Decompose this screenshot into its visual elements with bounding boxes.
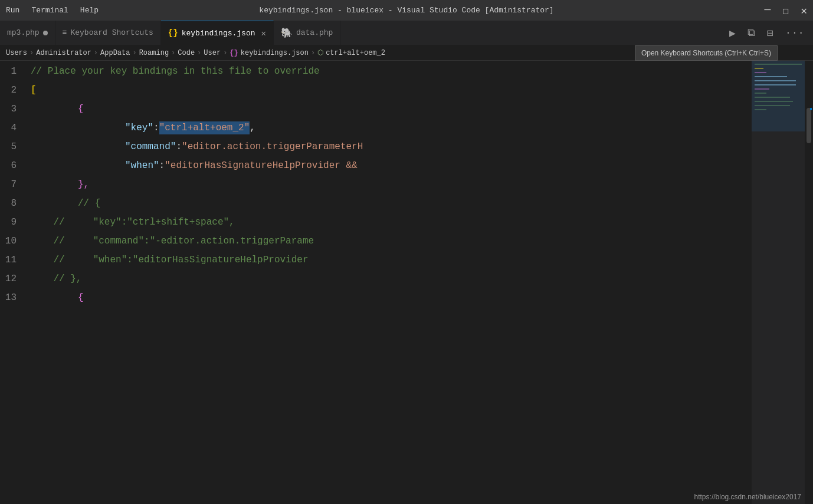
breadcrumb-sep-7: › <box>311 49 315 57</box>
title-bar-menu[interactable]: Run Terminal Help <box>6 6 99 15</box>
breadcrumb-symbol[interactable]: ctrl+alt+oem_2 <box>326 49 385 57</box>
scrollbar-annotation <box>810 108 812 110</box>
line-num-6: 6 <box>0 156 22 175</box>
line10-key: "command" <box>93 236 144 246</box>
minimize-button[interactable]: ─ <box>765 4 771 17</box>
breadcrumb-code[interactable]: Code <box>178 49 195 57</box>
code-line-2: [ <box>28 81 752 100</box>
line9-comment-pre: // <box>31 217 93 228</box>
line10-comment-pre: // <box>31 236 93 246</box>
title-bar: Run Terminal Help keybindings.json - blu… <box>0 0 813 21</box>
tab-dataphp[interactable]: 🐘 data.php <box>274 21 340 45</box>
breadcrumb-user[interactable]: User <box>204 49 221 57</box>
line4-key: "key" <box>125 123 153 133</box>
line3-brace: { <box>78 104 84 114</box>
layout-button[interactable]: ⊟ <box>764 25 776 41</box>
list-icon: ≡ <box>63 28 67 37</box>
scrollbar-track[interactable] <box>805 61 813 504</box>
line6-key: "when" <box>125 160 159 171</box>
minimap <box>752 61 805 504</box>
line11-val: "editorHasSignatureHelpProvider <box>133 255 309 265</box>
line11-key: "when" <box>93 255 127 265</box>
window-controls[interactable]: ─ ☐ ✕ <box>765 4 808 17</box>
line13-brace: { <box>78 292 84 303</box>
dataphp-label: data.php <box>296 28 333 37</box>
code-line-13: { <box>28 288 752 307</box>
breadcrumb-roaming[interactable]: Roaming <box>139 49 169 57</box>
breadcrumb-users[interactable]: Users <box>6 49 27 57</box>
line11-comment-pre: // <box>31 255 93 265</box>
line8-comment: // { <box>78 198 100 209</box>
line12-text: // }, <box>31 274 81 284</box>
tab-keyboard-shortcuts[interactable]: ≡ Keyboard Shortcuts <box>55 21 161 45</box>
code-line-4: "key" : "ctrl+alt+oem_2" , <box>28 118 752 137</box>
line9-colon: : <box>122 217 127 228</box>
scrollbar-thumb[interactable] <box>807 108 811 143</box>
line-num-5: 5 <box>0 137 22 156</box>
line-num-9: 9 <box>0 213 22 232</box>
line-num-12: 12 <box>0 269 22 288</box>
line10-val: "-editor.action.triggerParame <box>150 236 314 246</box>
breadcrumb-sep-6: › <box>223 49 227 57</box>
code-line-1: // Place your key bindings in this file … <box>28 62 752 81</box>
line2-bracket: [ <box>31 85 37 95</box>
status-link[interactable]: https://blog.csdn.net/blueicex2017 <box>694 493 801 501</box>
code-line-7: }, <box>28 175 752 194</box>
tooltip-text: Open Keyboard Shortcuts (Ctrl+K Ctrl+S) <box>641 49 771 57</box>
breadcrumb-sep-3: › <box>132 49 136 57</box>
line11-colon: : <box>127 255 133 265</box>
maximize-button[interactable]: ☐ <box>782 4 789 17</box>
braces-icon: {} <box>168 28 178 38</box>
code-area[interactable]: // Place your key bindings in this file … <box>28 61 752 504</box>
line-num-11: 11 <box>0 251 22 269</box>
dirty-indicator <box>43 31 48 35</box>
code-line-5: "command" : "editor.action.triggerParame… <box>28 137 752 156</box>
line5-val: "editor.action.triggerParameterH <box>182 141 363 152</box>
tab-close-button[interactable]: ✕ <box>261 28 266 38</box>
elephant-icon: 🐘 <box>281 27 293 39</box>
breadcrumb-sep-4: › <box>171 49 175 57</box>
mp3php-label: mp3.php <box>7 28 40 37</box>
svg-rect-12 <box>752 61 805 131</box>
minimap-svg <box>752 61 805 504</box>
line-num-8: 8 <box>0 194 22 213</box>
tab-keybindings[interactable]: {} keybindings.json ✕ <box>161 21 274 45</box>
keyboard-shortcuts-label: Keyboard Shortcuts <box>70 28 153 37</box>
menu-terminal[interactable]: Terminal <box>31 6 68 15</box>
line-num-1: 1 <box>0 62 22 81</box>
line-num-2: 2 <box>0 81 22 100</box>
line-num-7: 7 <box>0 175 22 194</box>
tab-mp3php[interactable]: mp3.php <box>0 21 55 45</box>
line-num-13: 13 <box>0 288 22 307</box>
split-editor-button[interactable]: ⧉ <box>745 26 758 40</box>
line-num-4: 4 <box>0 118 22 137</box>
menu-help[interactable]: Help <box>80 6 99 15</box>
more-actions-button[interactable]: ··· <box>782 26 807 40</box>
close-button[interactable]: ✕ <box>801 4 807 17</box>
window-title: keybindings.json - blueicex - Visual Stu… <box>259 6 553 15</box>
breadcrumb-administrator[interactable]: Administrator <box>36 49 91 57</box>
code-line-9: // "key" : "ctrl+shift+space", <box>28 213 752 232</box>
line4-val-selected: "ctrl+alt+oem_2" <box>159 121 250 134</box>
breadcrumb-sep-1: › <box>29 49 34 57</box>
line5-colon: : <box>176 141 182 152</box>
line5-key: "command" <box>125 141 176 152</box>
line-num-3: 3 <box>0 100 22 118</box>
line4-comma: , <box>250 123 255 133</box>
braces-breadcrumb-icon: {} <box>230 49 238 57</box>
breadcrumb-keybindings[interactable]: keybindings.json <box>241 49 309 57</box>
code-line-12: // }, <box>28 269 752 288</box>
code-line-6: "when" : "editorHasSignatureHelpProvider… <box>28 156 752 175</box>
breadcrumb-appdata[interactable]: AppData <box>100 49 130 57</box>
line-numbers: 1 2 3 4 5 6 7 8 9 10 11 12 13 <box>0 61 28 504</box>
tab-actions: ▶ ⧉ ⊟ ··· <box>720 21 813 45</box>
line7-brace: }, <box>78 179 89 190</box>
symbol-icon: ⬡ <box>317 48 323 57</box>
line4-colon: : <box>153 123 159 133</box>
menu-run[interactable]: Run <box>6 6 19 15</box>
code-line-10: // "command" : "-editor.action.triggerPa… <box>28 232 752 251</box>
code-line-11: // "when" : "editorHasSignatureHelpProvi… <box>28 251 752 269</box>
run-button[interactable]: ▶ <box>726 25 739 41</box>
line9-val: "ctrl+shift+space", <box>127 217 234 228</box>
line9-key: "key" <box>93 217 122 228</box>
